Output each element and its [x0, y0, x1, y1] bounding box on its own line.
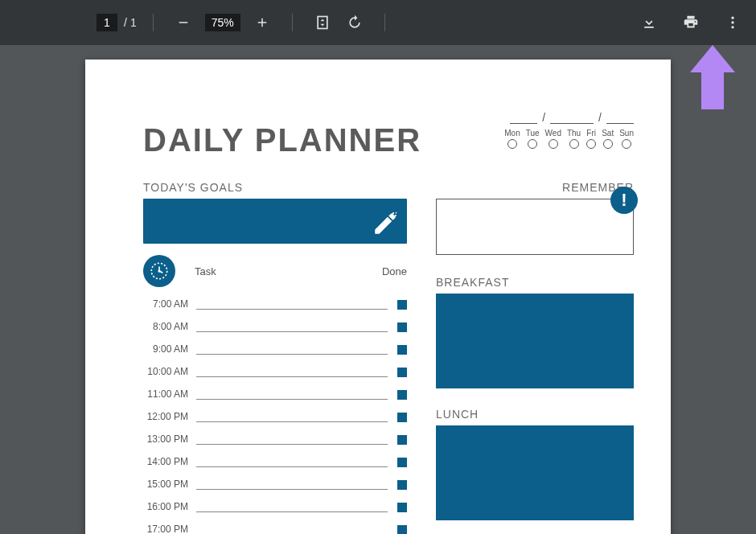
- zoom-level-input[interactable]: [205, 14, 240, 31]
- done-checkbox: [397, 503, 407, 512]
- task-line: [196, 525, 388, 534]
- day-circle: [622, 139, 631, 149]
- more-menu-button[interactable]: [719, 9, 746, 36]
- day-circle: [549, 139, 558, 149]
- task-column-header: Task: [195, 265, 216, 277]
- time-label: 11:00 AM: [143, 388, 196, 400]
- task-row: 14:00 PM: [143, 456, 407, 467]
- task-row: 7:00 AM: [143, 298, 407, 310]
- day-option: Fri: [586, 129, 596, 149]
- done-checkbox: [397, 480, 407, 490]
- svg-point-6: [731, 21, 733, 23]
- day-circle: [603, 139, 613, 149]
- task-row: 8:00 AM: [143, 321, 407, 332]
- task-line: [196, 413, 388, 422]
- time-label: 8:00 AM: [143, 321, 196, 332]
- page-separator: /: [124, 16, 127, 29]
- breakfast-box: [436, 294, 634, 388]
- day-option: Thu: [567, 129, 581, 149]
- page-nav: / 1: [97, 14, 137, 31]
- task-line: [196, 435, 388, 445]
- task-line: [196, 368, 388, 377]
- document-viewport[interactable]: DAILY PLANNER / / MonTueWedThuFriSatSun …: [0, 45, 756, 534]
- task-line: [196, 345, 388, 355]
- time-label: 16:00 PM: [143, 501, 196, 512]
- toolbar-separator: [292, 14, 293, 31]
- lunch-label: LUNCH: [436, 408, 634, 421]
- remember-box: !: [436, 199, 634, 255]
- done-column-header: Done: [382, 265, 407, 277]
- document-page: DAILY PLANNER / / MonTueWedThuFriSatSun …: [85, 60, 671, 534]
- day-label: Sun: [619, 129, 634, 138]
- clock-icon: [143, 255, 175, 287]
- task-row: 11:00 AM: [143, 388, 407, 400]
- done-checkbox: [397, 300, 407, 310]
- lunch-box: [436, 425, 634, 520]
- time-label: 14:00 PM: [143, 456, 196, 467]
- time-label: 12:00 PM: [143, 411, 196, 422]
- time-label: 7:00 AM: [143, 298, 196, 310]
- task-row: 10:00 AM: [143, 366, 407, 377]
- svg-point-9: [395, 215, 396, 216]
- done-checkbox: [397, 368, 407, 377]
- done-checkbox: [397, 435, 407, 445]
- toolbar-separator: [153, 14, 154, 31]
- done-checkbox: [397, 458, 407, 467]
- zoom-controls: [170, 9, 276, 36]
- task-line: [196, 480, 388, 490]
- breakfast-label: BREAKFAST: [436, 276, 634, 289]
- important-icon: !: [610, 187, 638, 214]
- day-label: Fri: [586, 129, 596, 138]
- svg-rect-2: [261, 18, 263, 27]
- remember-label: REMEMBER: [436, 181, 634, 194]
- day-option: Wed: [545, 129, 561, 149]
- svg-point-5: [731, 17, 733, 19]
- svg-point-8: [392, 212, 394, 214]
- done-checkbox: [397, 390, 407, 400]
- page-title: DAILY PLANNER: [143, 122, 421, 158]
- day-circle: [586, 139, 596, 149]
- day-circle: [507, 139, 517, 149]
- task-row: 16:00 PM: [143, 501, 407, 512]
- day-option: Sat: [602, 129, 614, 149]
- day-option: Mon: [504, 129, 520, 149]
- done-checkbox: [397, 322, 407, 332]
- goals-box: [143, 199, 407, 244]
- goals-label: TODAY'S GOALS: [143, 181, 407, 194]
- print-button[interactable]: [677, 9, 705, 36]
- svg-point-4: [695, 21, 696, 23]
- day-label: Tue: [526, 129, 540, 138]
- task-row: 13:00 PM: [143, 433, 407, 445]
- time-label: 15:00 PM: [143, 479, 196, 490]
- zoom-out-button[interactable]: [170, 9, 197, 36]
- time-label: 13:00 PM: [143, 433, 196, 445]
- svg-rect-0: [179, 22, 187, 23]
- task-row: 12:00 PM: [143, 411, 407, 422]
- fit-page-button[interactable]: [309, 9, 336, 36]
- download-button[interactable]: [635, 9, 663, 36]
- day-option: Tue: [526, 129, 540, 149]
- rotate-button[interactable]: [341, 9, 368, 36]
- task-line: [196, 503, 388, 512]
- task-line: [196, 390, 388, 400]
- day-option: Sun: [619, 129, 634, 149]
- day-label: Mon: [504, 129, 520, 138]
- task-line: [196, 300, 388, 310]
- day-label: Wed: [545, 129, 561, 138]
- day-label: Thu: [567, 129, 581, 138]
- done-checkbox: [397, 525, 407, 534]
- pencil-icon: [372, 210, 399, 237]
- date-selector: / / MonTueWedThuFriSatSun: [504, 111, 634, 149]
- total-pages: 1: [130, 16, 137, 29]
- page-number-input[interactable]: [97, 14, 117, 31]
- day-circle: [569, 139, 579, 149]
- toolbar-separator: [384, 14, 385, 31]
- done-checkbox: [397, 413, 407, 422]
- day-circle: [528, 139, 537, 149]
- svg-point-10: [396, 212, 397, 214]
- time-label: 17:00 PM: [143, 524, 196, 534]
- time-label: 9:00 AM: [143, 343, 196, 355]
- task-row: 17:00 PM: [143, 524, 407, 534]
- zoom-in-button[interactable]: [249, 9, 276, 36]
- svg-point-7: [731, 26, 733, 28]
